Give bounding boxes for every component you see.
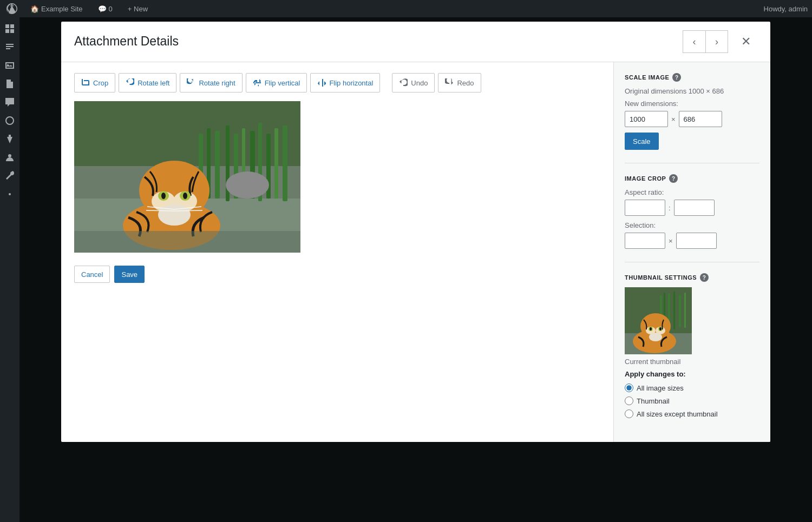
modal-overlay: Attachment Details ‹ › ✕ Crop — [19, 17, 812, 522]
modal-dialog: Attachment Details ‹ › ✕ Crop — [61, 22, 770, 442]
svg-point-4 — [6, 117, 14, 124]
svg-point-29 — [183, 193, 187, 199]
scale-width-input[interactable] — [625, 111, 668, 127]
crop-button[interactable]: Crop — [74, 73, 115, 92]
image-crop-section: IMAGE CROP ? Aspect ratio: : Selection: … — [625, 174, 759, 249]
radio-all-except-thumbnail-input[interactable] — [625, 409, 633, 418]
aspect-ratio-width-input[interactable] — [625, 200, 665, 216]
svg-line-33 — [146, 210, 174, 211]
svg-rect-41 — [679, 295, 681, 327]
svg-rect-2 — [5, 29, 9, 33]
selection-separator: × — [669, 237, 673, 245]
scale-height-input[interactable] — [679, 111, 722, 127]
thumbnail-image — [625, 287, 692, 354]
admin-bar-new[interactable]: + New — [123, 0, 152, 17]
admin-bar: 🏠 Example Site 💬 0 + New Howdy, admin — [0, 0, 812, 17]
aspect-ratio-inputs: : — [625, 200, 759, 216]
svg-point-51 — [659, 327, 662, 331]
aspect-ratio-separator: : — [669, 204, 671, 212]
svg-rect-42 — [684, 293, 686, 328]
selection-width-input[interactable] — [625, 233, 665, 249]
scale-image-section: SCALE IMAGE ? Original dimensions 1000 ×… — [625, 73, 759, 150]
radio-thumbnail[interactable]: Thumbnail — [625, 397, 759, 405]
editor-area: Crop Rotate left Rotate right Flip verti… — [61, 62, 613, 442]
svg-rect-20 — [283, 125, 287, 201]
modal-nav: ‹ › — [683, 30, 728, 53]
thumbnail-settings-help-icon[interactable]: ? — [700, 273, 709, 282]
rotate-left-button[interactable]: Rotate left — [119, 73, 176, 92]
svg-rect-3 — [10, 29, 14, 33]
image-preview-area — [74, 101, 600, 255]
sidebar-icon-users[interactable] — [0, 148, 19, 167]
cancel-button[interactable]: Cancel — [74, 266, 110, 283]
sidebar-icon-appearance[interactable] — [0, 111, 19, 130]
right-sidebar: SCALE IMAGE ? Original dimensions 1000 ×… — [613, 62, 770, 442]
sidebar-icon-tools[interactable] — [0, 167, 19, 185]
sidebar-icon-settings[interactable] — [0, 185, 19, 203]
svg-point-6 — [9, 193, 11, 195]
apply-changes-label: Apply changes to: — [625, 370, 759, 378]
dimension-inputs: × — [625, 111, 759, 127]
svg-rect-12 — [215, 131, 220, 199]
current-thumbnail-label: Current thumbnail — [625, 358, 759, 366]
svg-point-52 — [649, 333, 662, 341]
modal-close-button[interactable]: ✕ — [735, 30, 757, 53]
rotate-right-button[interactable]: Rotate right — [180, 73, 242, 92]
svg-rect-0 — [5, 24, 9, 28]
dimension-x-separator: × — [671, 115, 676, 123]
original-dimensions: Original dimensions 1000 × 686 — [625, 87, 759, 95]
scale-image-header: SCALE IMAGE ? — [625, 73, 759, 82]
divider-2 — [625, 262, 759, 262]
radio-all-sizes[interactable]: All image sizes — [625, 384, 759, 392]
modal-next-button[interactable]: › — [705, 30, 728, 53]
wp-logo-icon[interactable] — [4, 1, 19, 16]
new-dimensions-label: New dimensions: — [625, 100, 759, 108]
new-label: + New — [128, 5, 148, 13]
admin-bar-site[interactable]: 🏠 Example Site — [26, 0, 87, 17]
undo-button[interactable]: Undo — [392, 73, 435, 92]
comments-icon: 💬 — [98, 5, 107, 13]
site-icon: 🏠 — [30, 5, 39, 13]
svg-point-30 — [158, 204, 191, 226]
sidebar-icon-posts[interactable] — [0, 38, 19, 56]
modal-header: Attachment Details ‹ › ✕ — [61, 22, 770, 62]
thumbnail-settings-header: THUMBNAIL SETTINGS ? — [625, 273, 759, 282]
main-image — [74, 101, 300, 253]
sidebar-icon-plugins[interactable] — [0, 130, 19, 148]
wp-sidebar — [0, 17, 19, 522]
sidebar-icon-comments[interactable] — [0, 93, 19, 111]
redo-button[interactable]: Redo — [438, 73, 481, 92]
image-toolbar: Crop Rotate left Rotate right Flip verti… — [74, 73, 600, 92]
selection-label: Selection: — [625, 221, 759, 229]
sidebar-icon-media[interactable] — [0, 56, 19, 75]
aspect-ratio-height-input[interactable] — [674, 200, 715, 216]
admin-bar-comments[interactable]: 💬 0 — [94, 0, 117, 17]
image-crop-help-icon[interactable]: ? — [669, 174, 678, 183]
radio-all-sizes-input[interactable] — [625, 384, 633, 392]
svg-point-5 — [8, 154, 11, 157]
scale-image-help-icon[interactable]: ? — [672, 73, 681, 82]
selection-inputs: × — [625, 233, 759, 249]
radio-all-sizes-label: All image sizes — [637, 384, 684, 392]
sidebar-icon-dashboard[interactable] — [0, 19, 19, 38]
radio-thumbnail-input[interactable] — [625, 397, 633, 405]
radio-all-except-thumbnail-label: All sizes except thumbnail — [637, 410, 718, 418]
divider-1 — [625, 163, 759, 163]
flip-horizontal-button[interactable]: Flip horizontal — [310, 73, 380, 92]
comments-count: 0 — [109, 5, 113, 13]
thumbnail-settings-section: THUMBNAIL SETTINGS ? — [625, 273, 759, 418]
svg-point-28 — [161, 193, 166, 199]
admin-bar-howdy: Howdy, admin — [764, 5, 808, 13]
flip-vertical-button[interactable]: Flip vertical — [246, 73, 307, 92]
radio-all-except-thumbnail[interactable]: All sizes except thumbnail — [625, 409, 759, 418]
svg-line-35 — [174, 210, 202, 211]
save-button[interactable]: Save — [114, 266, 145, 283]
image-crop-header: IMAGE CROP ? — [625, 174, 759, 183]
scale-button[interactable]: Scale — [625, 133, 659, 150]
sidebar-icon-pages[interactable] — [0, 75, 19, 93]
modal-prev-button[interactable]: ‹ — [683, 30, 705, 53]
site-name: Example Site — [41, 5, 83, 13]
selection-height-input[interactable] — [676, 233, 717, 249]
aspect-ratio-label: Aspect ratio: — [625, 188, 759, 196]
action-buttons: Cancel Save — [74, 266, 600, 283]
